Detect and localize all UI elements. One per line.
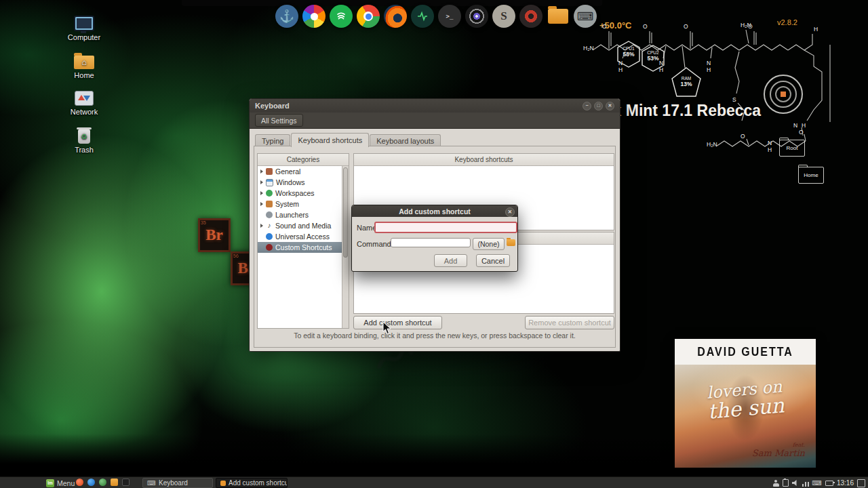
atom-label: N xyxy=(707,60,711,66)
window-toolbar: All Settings xyxy=(250,113,620,129)
window-titlebar[interactable]: Keyboard − □ ✕ xyxy=(250,99,620,113)
category-universal-access[interactable]: Universal Access xyxy=(258,231,342,242)
files-folder-icon[interactable] xyxy=(547,5,570,28)
custom-shortcuts-icon xyxy=(266,244,273,251)
cpu1-widget: CPU1 58% xyxy=(618,46,639,58)
album-artist: DAVID GUETTA xyxy=(697,345,793,359)
album-featured: feat. Sam Martin xyxy=(752,442,805,458)
show-desktop-icon[interactable] xyxy=(857,479,865,487)
dialog-task-icon xyxy=(220,481,226,486)
disc-player-icon[interactable] xyxy=(465,5,488,28)
atom-label: O xyxy=(741,133,745,140)
launcher-chromium-icon[interactable] xyxy=(87,479,95,486)
name-input[interactable] xyxy=(374,222,517,233)
scrollbar-thumb[interactable] xyxy=(343,167,348,258)
ram-widget: RAM 13% xyxy=(675,76,697,87)
window-hint-text: To edit a keyboard binding, click it and… xyxy=(250,331,620,340)
category-launchers[interactable]: Launchers xyxy=(258,209,342,220)
atom-label: H xyxy=(707,66,711,73)
tile-symbol: Br xyxy=(199,226,230,244)
close-button[interactable]: ✕ xyxy=(606,102,614,110)
expander-icon[interactable] xyxy=(260,202,263,206)
root-folder-label: Root xyxy=(787,145,798,151)
network-signal-icon[interactable] xyxy=(802,480,809,487)
atom-label: O xyxy=(684,23,688,30)
system-tray: ⌨ 13:16 xyxy=(773,478,865,488)
dialog-add-button[interactable]: Add xyxy=(434,254,467,267)
atom-label: H xyxy=(768,146,772,153)
dialog-titlebar[interactable]: Add custom shortcut ✕ xyxy=(352,205,517,217)
atom-label: S xyxy=(732,96,736,103)
clipboard-icon[interactable] xyxy=(783,479,789,487)
category-windows[interactable]: Windows xyxy=(258,177,342,188)
firefox-icon[interactable] xyxy=(384,5,407,28)
home-folder-label: Home xyxy=(804,172,818,178)
launcher-software-icon[interactable] xyxy=(99,479,106,486)
category-general[interactable]: General xyxy=(258,166,342,177)
taskbar-launchers xyxy=(76,479,130,486)
expander-icon[interactable] xyxy=(260,180,263,184)
category-workspaces[interactable]: Workspaces xyxy=(258,188,342,199)
chrome-icon[interactable] xyxy=(357,5,380,28)
system-icon xyxy=(266,201,273,207)
add-custom-shortcut-button[interactable]: Add custom shortcut xyxy=(353,316,442,329)
launcher-terminal-icon[interactable] xyxy=(122,479,130,486)
windows-icon xyxy=(266,179,273,186)
expander-icon[interactable] xyxy=(260,224,263,228)
menu-button[interactable]: lm Menu xyxy=(43,478,77,488)
category-system[interactable]: System xyxy=(258,199,342,209)
tab-keyboard-shortcuts[interactable]: Keyboard shortcuts xyxy=(291,133,369,147)
album-art: DAVID GUETTA lovers on the sun feat. Sam… xyxy=(675,339,816,468)
activity-monitor-icon[interactable] xyxy=(411,5,434,28)
command-none-button[interactable]: (None) xyxy=(473,238,505,250)
clock[interactable]: 13:16 xyxy=(837,479,854,487)
command-input[interactable] xyxy=(391,238,471,247)
atom-label: N xyxy=(768,140,772,146)
desktop-icon-home[interactable]: ⌂ Home xyxy=(62,52,106,79)
pinwheel-app-icon[interactable] xyxy=(302,5,326,28)
desktop-icon-computer[interactable]: Computer xyxy=(62,14,106,41)
cpu2-label: CPU2 xyxy=(642,50,664,55)
cpu2-value: 53% xyxy=(642,55,664,62)
atom-label: H₂N xyxy=(741,22,751,28)
user-icon[interactable] xyxy=(773,480,779,487)
category-sound-and-media[interactable]: Sound and Media xyxy=(258,220,342,231)
battery-icon[interactable] xyxy=(825,481,833,486)
volume-icon[interactable] xyxy=(792,480,799,487)
expander-icon[interactable] xyxy=(260,191,263,195)
s-app-icon[interactable] xyxy=(492,5,515,28)
keyboard-viewer-icon[interactable] xyxy=(574,5,597,28)
task-add-custom-shortcut[interactable]: Add custom shortcut xyxy=(216,478,288,488)
categories-header: Categories xyxy=(258,154,349,166)
desktop-icon-network[interactable]: Network xyxy=(62,88,106,116)
task-keyboard[interactable]: ⌨ Keyboard xyxy=(142,478,213,488)
menu-label: Menu xyxy=(57,479,75,487)
maximize-button[interactable]: □ xyxy=(594,102,603,110)
spotify-icon[interactable] xyxy=(330,5,353,28)
command-label: Command: xyxy=(357,240,393,248)
trash-icon: ♻ xyxy=(78,129,90,144)
launcher-browser-icon[interactable] xyxy=(76,479,83,486)
dialog-cancel-button[interactable]: Cancel xyxy=(476,254,510,267)
screen-recorder-icon[interactable] xyxy=(519,5,542,28)
browse-folder-icon[interactable] xyxy=(507,239,515,246)
dock xyxy=(275,5,597,28)
categories-panel: Categories General Windows Workspaces xyxy=(257,153,349,329)
category-custom-shortcuts[interactable]: Custom Shortcuts xyxy=(258,242,342,253)
universal-access-icon xyxy=(266,233,273,240)
expander-icon[interactable] xyxy=(260,169,263,174)
dialog-close-icon[interactable]: ✕ xyxy=(505,207,515,217)
minimize-button[interactable]: − xyxy=(583,102,591,110)
atom-label: H xyxy=(802,122,806,129)
music-note-icon xyxy=(266,222,273,229)
anchor-app-icon[interactable] xyxy=(275,5,298,28)
all-settings-button[interactable]: All Settings xyxy=(255,114,303,127)
categories-scrollbar[interactable] xyxy=(342,166,349,328)
keyboard-layout-icon[interactable]: ⌨ xyxy=(812,480,822,487)
atom-label: O xyxy=(643,23,648,30)
terminal-icon[interactable] xyxy=(438,5,461,28)
launcher-files-icon[interactable] xyxy=(111,479,118,486)
desktop-icon-trash[interactable]: ♻ Trash xyxy=(62,126,106,154)
task-label: Add custom shortcut xyxy=(229,479,288,487)
album-title: lovers on the sun xyxy=(675,375,816,425)
